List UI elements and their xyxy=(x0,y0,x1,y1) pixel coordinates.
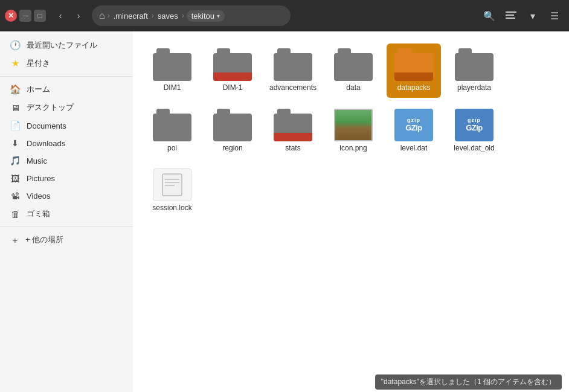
gzip-icon-level-dat-old: gzip GZip xyxy=(455,109,493,141)
file-item-poi[interactable]: poi xyxy=(145,104,199,158)
file-item-playerdata[interactable]: playerdata xyxy=(447,43,501,98)
file-label-level-dat: level.dat xyxy=(400,144,428,153)
main-layout: 🕐 最近開いたファイル ★ 星付き 🏠 ホーム 🖥 デスクトップ 📄 Docum… xyxy=(0,31,569,392)
breadcrumb-sep-3: › xyxy=(182,11,184,20)
breadcrumb-saves[interactable]: saves xyxy=(156,11,179,21)
starred-icon: ★ xyxy=(10,58,21,69)
lock-file-icon xyxy=(153,169,191,201)
titlebar-actions: 🔍 ▾ ☰ xyxy=(480,6,564,25)
gzip-main-label: GZip xyxy=(405,123,422,132)
folder-icon-playerdata xyxy=(455,48,493,81)
gzip-old-top-label: gzip xyxy=(468,117,481,123)
recent-icon: 🕐 xyxy=(10,40,21,51)
sidebar-item-home[interactable]: 🏠 ホーム xyxy=(0,80,133,98)
folder-icon-dim-1 xyxy=(213,48,252,81)
nav-forward-button[interactable]: › xyxy=(70,7,87,24)
sidebar-item-documents[interactable]: 📄 Documents xyxy=(0,117,133,135)
breadcrumb-current[interactable]: tekitou ▾ xyxy=(187,10,225,22)
view-list-button[interactable] xyxy=(501,6,521,25)
sidebar-item-recent[interactable]: 🕐 最近開いたファイル xyxy=(0,36,133,54)
sidebar-music-label: Music xyxy=(27,156,47,165)
sidebar-divider-1 xyxy=(0,76,133,77)
folder-icon-data xyxy=(334,48,373,81)
svg-rect-0 xyxy=(506,11,516,13)
breadcrumb-current-label: tekitou xyxy=(191,11,214,21)
sidebar: 🕐 最近開いたファイル ★ 星付き 🏠 ホーム 🖥 デスクトップ 📄 Docum… xyxy=(0,31,133,392)
sidebar-item-videos[interactable]: 📽 Videos xyxy=(0,187,133,205)
sidebar-videos-label: Videos xyxy=(27,191,51,201)
trash-icon: 🗑 xyxy=(10,209,21,219)
downloads-icon: ⬇ xyxy=(10,138,21,148)
file-item-stats[interactable]: stats xyxy=(266,104,320,158)
file-label-dim1: DIM1 xyxy=(164,83,181,93)
file-item-datapacks[interactable]: datapacks xyxy=(387,43,441,98)
sidebar-item-downloads[interactable]: ⬇ Downloads xyxy=(0,135,133,152)
file-item-level-dat[interactable]: gzip GZip level.dat xyxy=(387,104,441,158)
sidebar-documents-label: Documents xyxy=(27,121,66,130)
file-item-dim-1[interactable]: DIM-1 xyxy=(205,43,260,98)
sidebar-item-trash[interactable]: 🗑 ゴミ箱 xyxy=(0,205,133,223)
file-label-level-dat-old: level.dat_old xyxy=(454,144,494,153)
folder-icon-stats xyxy=(274,109,312,141)
close-button[interactable]: ✕ xyxy=(5,10,17,22)
breadcrumb-sep-1: › xyxy=(108,11,110,20)
sidebar-item-starred[interactable]: ★ 星付き xyxy=(0,54,133,72)
file-item-advancements[interactable]: advancements xyxy=(266,43,320,98)
image-icon-png xyxy=(334,109,373,141)
videos-icon: 📽 xyxy=(10,191,21,201)
file-label-data: data xyxy=(346,83,360,93)
gzip-top-label: gzip xyxy=(407,117,420,123)
file-item-session-lock[interactable]: session.lock xyxy=(145,164,199,218)
svg-rect-4 xyxy=(165,179,179,180)
search-button[interactable]: 🔍 xyxy=(480,6,499,25)
gzip-icon-level-dat: gzip GZip xyxy=(394,109,433,141)
documents-icon: 📄 xyxy=(10,120,21,131)
nav-buttons: ‹ › xyxy=(52,7,87,24)
folder-icon-advancements xyxy=(274,48,312,81)
sort-options-button[interactable]: ▾ xyxy=(523,6,542,25)
sidebar-pictures-label: Pictures xyxy=(27,174,55,183)
folder-icon-region xyxy=(213,109,252,141)
titlebar: ✕ ─ □ ‹ › ⌂ › .minecraft › saves › tekit… xyxy=(0,0,569,31)
svg-rect-5 xyxy=(165,182,179,183)
maximize-button[interactable]: □ xyxy=(34,10,46,22)
sidebar-other-places[interactable]: + + 他の場所 xyxy=(0,231,133,249)
sidebar-item-music[interactable]: 🎵 Music xyxy=(0,152,133,170)
statusbar-text: "datapacks"を選択しました（1 個のアイテムを含む） xyxy=(375,374,562,390)
file-label-advancements: advancements xyxy=(269,83,317,93)
minimize-button[interactable]: ─ xyxy=(19,10,31,22)
file-label-datapacks: datapacks xyxy=(397,83,431,93)
menu-button[interactable]: ☰ xyxy=(545,6,564,25)
sidebar-item-desktop[interactable]: 🖥 デスクトップ xyxy=(0,98,133,117)
file-label-region: region xyxy=(222,144,242,153)
file-item-data[interactable]: data xyxy=(326,43,381,98)
sidebar-divider-2 xyxy=(0,227,133,227)
svg-rect-1 xyxy=(506,14,514,16)
sidebar-recent-label: 最近開いたファイル xyxy=(27,40,97,51)
pictures-icon: 🖼 xyxy=(10,173,21,184)
svg-rect-2 xyxy=(506,18,515,19)
sidebar-starred-label: 星付き xyxy=(27,58,50,69)
nav-back-button[interactable]: ‹ xyxy=(52,7,69,24)
add-icon: + xyxy=(10,235,21,245)
breadcrumb-bar: ⌂ › .minecraft › saves › tekitou ▾ xyxy=(92,5,291,26)
folder-icon-poi xyxy=(153,109,191,141)
breadcrumb-home-icon[interactable]: ⌂ xyxy=(99,10,105,21)
file-item-level-dat-old[interactable]: gzip GZip level.dat_old xyxy=(447,104,501,158)
file-label-stats: stats xyxy=(285,144,300,153)
folder-icon-dim1 xyxy=(153,48,191,81)
file-label-dim-1: DIM-1 xyxy=(223,83,243,93)
sidebar-trash-label: ゴミ箱 xyxy=(27,208,50,219)
file-label-poi: poi xyxy=(167,144,177,153)
file-item-region[interactable]: region xyxy=(205,104,260,158)
file-item-dim1[interactable]: DIM1 xyxy=(145,43,199,98)
file-grid: DIM1 DIM-1 advancements xyxy=(133,31,569,392)
breadcrumb-sep-2: › xyxy=(152,11,154,20)
sidebar-item-pictures[interactable]: 🖼 Pictures xyxy=(0,170,133,187)
file-item-icon-png[interactable]: icon.png xyxy=(326,104,381,158)
desktop-icon: 🖥 xyxy=(10,103,21,113)
folder-icon-datapacks xyxy=(394,48,433,81)
breadcrumb-dropdown-icon: ▾ xyxy=(217,13,220,19)
breadcrumb-minecraft[interactable]: .minecraft xyxy=(112,11,149,21)
sidebar-home-label: ホーム xyxy=(27,84,50,95)
